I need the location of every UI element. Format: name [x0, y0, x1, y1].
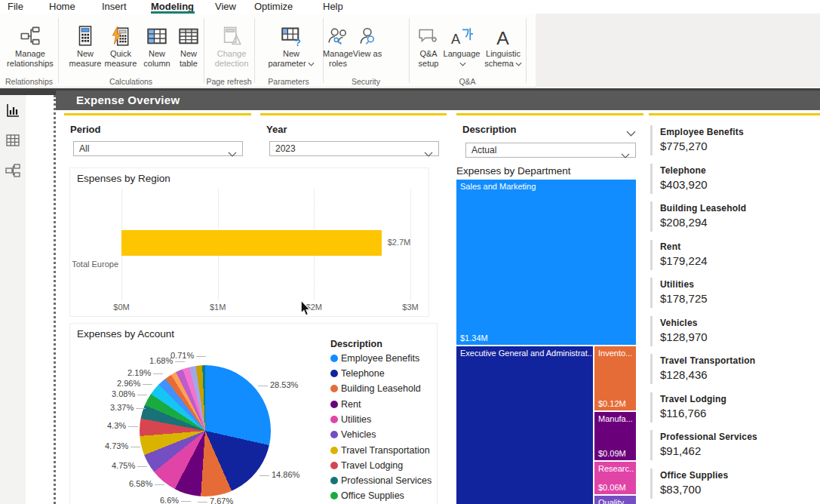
pie-label: 14.86% [272, 470, 299, 479]
legend-item[interactable]: Vehicles [330, 429, 376, 440]
calculator-icon [66, 23, 104, 47]
x-axis-tick: $0M [113, 303, 129, 312]
tab-home[interactable]: Home [49, 1, 75, 12]
description-slicer: Description Actual [456, 113, 643, 157]
tab-insert[interactable]: Insert [102, 1, 127, 12]
ribbon: Relationships Calculations Page refresh … [0, 14, 820, 88]
svg-text:?: ? [295, 37, 301, 47]
view-switcher-sidebar [0, 95, 26, 504]
new-column-button[interactable]: New column [138, 23, 176, 69]
slicer-label: Year [266, 124, 287, 135]
tab-optimize[interactable]: Optimize [254, 1, 293, 12]
letter-a-icon: A [478, 23, 528, 47]
x-axis-tick: $1M [210, 303, 226, 312]
slicer-header-chevron-icon[interactable] [626, 126, 636, 140]
table-icon [173, 23, 204, 47]
group-label-security: Security [323, 77, 409, 86]
card-professional-services: Professional Services$91,462 [650, 430, 812, 460]
card-building-leasehold: Building Leasehold$208,294 [650, 201, 812, 232]
legend-item[interactable]: Rent [330, 399, 361, 410]
pie-label: 4.3% [107, 421, 126, 430]
person-magnifier-icon [352, 23, 382, 47]
expenses-by-account-chart: Expenses by Account 28.53% 14.86% 7.67% … [69, 323, 438, 504]
new-table-button[interactable]: New table [173, 23, 204, 69]
legend-item[interactable]: Utilities [330, 414, 371, 425]
legend-item[interactable]: Professional Services [330, 475, 431, 486]
pie-label: 28.53% [270, 380, 298, 389]
manage-relationships-button[interactable]: Manage relationships [0, 23, 60, 69]
svg-text:A: A [496, 28, 509, 47]
quick-measure-button[interactable]: Quick measure [101, 23, 140, 69]
x-axis-tick: $3M [402, 303, 418, 312]
legend-item[interactable]: Telephone [330, 368, 385, 379]
period-slicer: Period All [64, 113, 251, 157]
chevron-down-icon [228, 147, 237, 161]
tab-modeling[interactable]: Modeling [151, 1, 194, 12]
card-rent: Rent$179,224 [650, 240, 812, 270]
year-dropdown[interactable]: 2023 [269, 141, 439, 156]
treemap-tile-sales-marketing[interactable]: Sales and Marketing $1.34M [456, 180, 636, 345]
treemap-tile-executive[interactable]: Executive General and Administrat... [456, 346, 593, 504]
period-dropdown[interactable]: All [73, 141, 243, 156]
tab-file[interactable]: File [8, 1, 23, 12]
slicer-label: Period [70, 124, 100, 135]
pie-circle[interactable] [140, 365, 271, 496]
legend-item[interactable]: Travel Lodging [330, 460, 403, 471]
chevron-down-icon [459, 62, 466, 66]
legend-item[interactable]: Employee Benefits [330, 353, 419, 364]
bar-plot-area: $2.7M $0M $1M $2M $3M [121, 189, 410, 312]
card-travel-transportation: Travel Transportation$128,436 [650, 354, 812, 384]
card-utilities: Utilities$178,725 [650, 278, 812, 308]
change-detection-button: Change detection [208, 23, 255, 69]
treemap-tile-inventory[interactable]: Invento... $0.12M [594, 346, 636, 410]
data-view-icon[interactable] [5, 133, 20, 148]
legend-dot [330, 492, 338, 499]
treemap-tile-quality[interactable]: Quality... [594, 496, 636, 504]
new-measure-button[interactable]: New measure [66, 23, 104, 69]
tab-help[interactable]: Help [323, 1, 343, 12]
pie-label: 0.71% [170, 351, 194, 360]
view-as-button[interactable]: View as [352, 23, 382, 59]
region-bar[interactable] [121, 230, 382, 256]
description-dropdown[interactable]: Actual [465, 143, 636, 158]
lightning-calculator-icon [101, 23, 140, 47]
legend-item[interactable]: Travel Transportation [330, 445, 430, 456]
legend-dot [330, 401, 338, 408]
chart-title: Expenses by Account [77, 328, 174, 340]
tab-view[interactable]: View [215, 1, 236, 12]
card-travel-lodging: Travel Lodging$116,766 [650, 392, 812, 423]
change-detection-icon [208, 23, 255, 47]
ribbon-tabs: File Home Insert Modeling View Optimize … [0, 0, 820, 14]
chevron-down-icon [621, 149, 630, 162]
legend-dot [330, 355, 338, 362]
legend-item[interactable]: Building Leasehold [330, 383, 421, 394]
pie-label: 7.67% [210, 496, 233, 504]
new-parameter-button[interactable]: ? New parameter [263, 23, 319, 69]
card-employee-benefits: Employee Benefits$775,270 [650, 125, 812, 155]
bar-value-label: $2.7M [388, 238, 411, 247]
group-label-relationships: Relationships [0, 77, 58, 86]
legend-dot [330, 477, 338, 484]
group-label-calculations: Calculations [58, 77, 204, 86]
pie-label: 3.37% [110, 403, 134, 412]
pie-label: 4.73% [105, 441, 128, 450]
legend-dot [330, 370, 338, 377]
model-view-icon[interactable] [5, 163, 20, 178]
legend-dot [330, 462, 338, 469]
year-slicer: Year 2023 [260, 113, 447, 157]
report-view-icon[interactable] [5, 103, 20, 118]
expenses-by-region-chart: Espenses by Region Total Europe $2.7M $0… [69, 167, 429, 317]
chevron-down-icon [308, 62, 315, 66]
legend-title: Description [330, 339, 382, 349]
treemap-tile-manufacturing[interactable]: Manufa... $0.09M [594, 412, 636, 460]
linguistic-schema-button[interactable]: A Linguistic schema [478, 23, 528, 69]
legend-dot [330, 431, 338, 438]
ribbon-empty-area [536, 14, 820, 88]
bar-category-label: Total Europe [72, 260, 118, 269]
legend-item[interactable]: Office Supplies [330, 490, 404, 501]
treemap-tile-research[interactable]: Researc... $0.06M [594, 462, 636, 494]
pie-label: 2.96% [117, 379, 140, 388]
expense-cards-panel: Employee Benefits$775,270 Telephone$403,… [649, 113, 820, 504]
slicer-label: Description [462, 124, 517, 135]
parameter-icon: ? [263, 23, 319, 47]
